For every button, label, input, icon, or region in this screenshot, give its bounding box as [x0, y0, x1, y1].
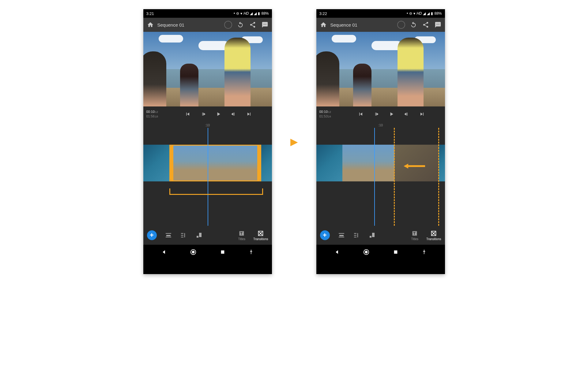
- drag-arrow-icon: [404, 163, 425, 169]
- screen-after: 3:22 • ⊖ ▾ HD ◢ ◢ ▮ 88% Sequence 01: [316, 9, 445, 274]
- svg-rect-2: [221, 251, 224, 254]
- frame-back-icon[interactable]: [373, 111, 379, 117]
- frame-fwd-icon[interactable]: [404, 111, 410, 117]
- back-nav-icon[interactable]: [161, 249, 167, 255]
- home-nav-icon[interactable]: [363, 249, 370, 255]
- clip-3[interactable]: [261, 145, 272, 181]
- timeline[interactable]: :10: [143, 122, 272, 226]
- titles-button[interactable]: Titles: [411, 230, 418, 241]
- trim-marker-2: [438, 128, 439, 226]
- dnd-icon: ⊖: [409, 11, 412, 16]
- transport-bar: 00:1012 01:5324: [316, 106, 445, 122]
- dot-icon: •: [234, 11, 235, 16]
- app-header: Sequence 01: [143, 18, 272, 32]
- clip-trimmed[interactable]: [342, 145, 394, 181]
- transitions-button[interactable]: Transitions: [426, 230, 441, 241]
- edit-icon[interactable]: [180, 232, 187, 239]
- add-button[interactable]: +: [320, 230, 330, 240]
- clip-1[interactable]: [143, 145, 169, 181]
- trim-handle-right[interactable]: [257, 146, 260, 180]
- transitions-icon: [430, 230, 437, 237]
- video-preview[interactable]: [143, 32, 272, 106]
- comment-icon[interactable]: [435, 21, 441, 28]
- battery-icon: ▮: [258, 11, 260, 16]
- timeline[interactable]: :10: [316, 122, 445, 226]
- trim-marker-1: [394, 128, 395, 226]
- home-nav-icon[interactable]: [190, 249, 197, 255]
- accessibility-nav-icon[interactable]: [421, 249, 427, 255]
- goto-end-icon[interactable]: [246, 111, 252, 117]
- timeline-tick: :10: [378, 123, 383, 127]
- playhead[interactable]: [208, 128, 208, 226]
- sequence-title[interactable]: Sequence 01: [157, 22, 224, 28]
- hd-label: HD: [417, 11, 422, 16]
- android-navbar: [143, 245, 272, 259]
- add-button[interactable]: +: [147, 230, 157, 240]
- frame-back-icon[interactable]: [200, 111, 206, 117]
- share-icon[interactable]: [422, 21, 429, 28]
- signal-icon: ◢: [423, 11, 426, 16]
- screen-before: 3:21 • ⊖ ▾ HD ◢ ◢ ▮ 88% Sequence 01: [143, 9, 272, 274]
- undo-icon[interactable]: [410, 21, 417, 28]
- frame-fwd-icon[interactable]: [231, 111, 237, 117]
- playhead[interactable]: [374, 128, 375, 226]
- status-bar: 3:21 • ⊖ ▾ HD ◢ ◢ ▮ 88%: [143, 9, 272, 18]
- svg-rect-6: [394, 251, 397, 254]
- goto-start-icon[interactable]: [185, 111, 191, 117]
- comment-icon[interactable]: [262, 21, 268, 28]
- record-indicator: [397, 21, 405, 29]
- app-header: Sequence 01: [316, 18, 445, 32]
- hd-label: HD: [243, 11, 249, 16]
- android-navbar: [316, 245, 445, 259]
- play-icon[interactable]: [215, 111, 221, 117]
- signal-icon-2: ◢: [254, 11, 257, 16]
- recent-nav-icon[interactable]: [220, 250, 225, 255]
- titles-icon: [411, 230, 418, 237]
- undo-icon[interactable]: [237, 21, 244, 28]
- edit-icon[interactable]: [353, 232, 360, 239]
- battery-icon: ▮: [431, 11, 433, 16]
- home-icon[interactable]: [147, 21, 154, 28]
- back-nav-icon[interactable]: [334, 249, 340, 255]
- status-bar: 3:22 • ⊖ ▾ HD ◢ ◢ ▮ 88%: [316, 9, 445, 18]
- play-icon[interactable]: [388, 111, 394, 117]
- bottom-toolbar: + Titles Transitions: [143, 226, 272, 245]
- clip-selected[interactable]: [169, 145, 261, 181]
- clip-1[interactable]: [316, 145, 342, 181]
- share-icon[interactable]: [249, 21, 256, 28]
- wifi-icon: ▾: [240, 11, 242, 16]
- transitions-button[interactable]: Transitions: [253, 230, 268, 241]
- goto-start-icon[interactable]: [358, 111, 364, 117]
- project-icon[interactable]: [338, 232, 345, 239]
- selection-bracket: [169, 188, 263, 195]
- recent-nav-icon[interactable]: [393, 250, 398, 255]
- accessibility-nav-icon[interactable]: [248, 249, 254, 255]
- color-icon[interactable]: [195, 232, 203, 239]
- clock: 3:22: [319, 11, 327, 16]
- timeline-tick: :10: [205, 123, 210, 127]
- goto-end-icon[interactable]: [419, 111, 425, 117]
- svg-point-5: [365, 251, 368, 253]
- dnd-icon: ⊖: [236, 11, 239, 16]
- timecode: 00:1012 01:5618: [146, 110, 168, 119]
- svg-point-3: [251, 250, 252, 251]
- clip-4[interactable]: [439, 145, 445, 181]
- transitions-icon: [257, 230, 264, 237]
- arrow-between-icon: ▶: [290, 136, 298, 147]
- signal-icon-2: ◢: [427, 11, 430, 16]
- color-icon[interactable]: [368, 232, 376, 239]
- titles-button[interactable]: Titles: [238, 230, 245, 241]
- project-icon[interactable]: [165, 232, 172, 239]
- svg-point-1: [192, 251, 195, 253]
- signal-icon: ◢: [250, 11, 253, 16]
- video-preview[interactable]: [316, 32, 445, 106]
- battery-pct: 88%: [261, 11, 269, 16]
- home-icon[interactable]: [320, 21, 327, 28]
- battery-pct: 88%: [434, 11, 442, 16]
- sequence-title[interactable]: Sequence 01: [330, 22, 397, 28]
- timecode: 00:1012 01:5324: [319, 110, 341, 119]
- dot-icon: •: [407, 11, 408, 16]
- trim-handle-left[interactable]: [170, 146, 173, 180]
- bottom-toolbar: + Titles Transitions: [316, 226, 445, 245]
- titles-icon: [238, 230, 245, 237]
